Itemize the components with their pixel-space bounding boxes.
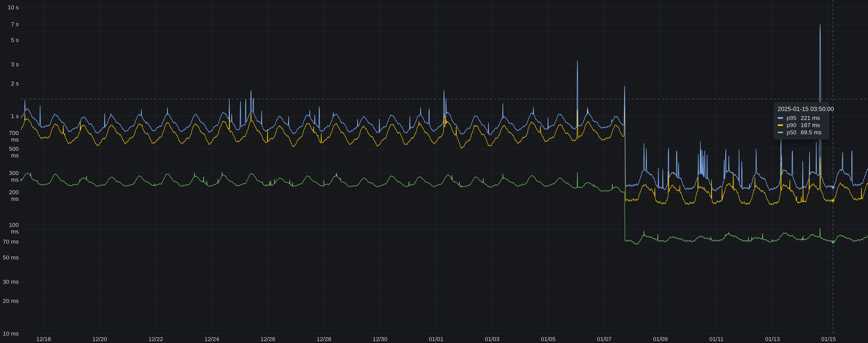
y-tick-label: 700 ms xyxy=(1,130,19,143)
x-tick-label: 12/28 xyxy=(308,336,340,343)
x-tick-label: 12/22 xyxy=(140,336,172,343)
x-tick-label: 12/18 xyxy=(28,336,59,343)
series-name: p95 xyxy=(786,115,801,121)
series-value: 69.5 ms xyxy=(801,129,828,136)
y-tick-label: 100 ms xyxy=(1,222,19,235)
x-tick-label: 12/30 xyxy=(365,336,396,343)
y-tick-label: 10 ms xyxy=(1,330,19,337)
y-tick-label: 500 ms xyxy=(1,146,19,159)
series-color-swatch xyxy=(778,117,783,119)
x-tick-label: 01/11 xyxy=(701,336,732,343)
tooltip-row: p5069.5 ms xyxy=(778,129,825,136)
series-name: p50 xyxy=(786,129,801,136)
timeseries-plot[interactable] xyxy=(0,0,868,343)
y-tick-label: 30 ms xyxy=(1,278,19,285)
y-tick-label: 70 ms xyxy=(1,238,19,245)
y-tick-label: 300 ms xyxy=(1,170,19,183)
y-tick-label: 1 s xyxy=(1,113,19,120)
y-tick-label: 20 ms xyxy=(1,298,19,304)
x-tick-label: 01/07 xyxy=(589,336,620,343)
y-tick-label: 3 s xyxy=(1,61,19,68)
y-tick-label: 5 s xyxy=(1,37,19,43)
tooltip-row: p90167 ms xyxy=(778,121,825,129)
tooltip-timestamp: 2025-01-15 03:50:00 xyxy=(778,105,825,113)
y-tick-label: 2 s xyxy=(1,80,19,87)
latency-percentiles-panel: 10 s7 s5 s3 s2 s1 s700 ms500 ms300 ms200… xyxy=(0,0,868,343)
series-name: p90 xyxy=(786,122,801,128)
x-tick-label: 12/26 xyxy=(252,336,283,343)
tooltip-row: p95221 ms xyxy=(778,114,825,121)
y-tick-label: 10 s xyxy=(1,4,19,11)
series-color-swatch xyxy=(778,132,783,133)
x-tick-label: 01/13 xyxy=(757,336,788,343)
x-tick-label: 01/01 xyxy=(421,336,452,343)
series-value: 167 ms xyxy=(801,122,827,128)
x-tick-label: 12/24 xyxy=(196,336,227,343)
y-tick-label: 200 ms xyxy=(1,189,19,202)
hover-tooltip: 2025-01-15 03:50:00 p95221 msp90167 msp5… xyxy=(774,102,829,139)
tooltip-rows: p95221 msp90167 msp5069.5 ms xyxy=(778,114,825,136)
x-tick-label: 01/09 xyxy=(645,336,676,343)
y-tick-label: 7 s xyxy=(1,21,19,28)
series-color-swatch xyxy=(778,124,783,126)
x-tick-label: 01/15 xyxy=(813,336,844,343)
x-tick-label: 01/03 xyxy=(476,336,508,343)
y-tick-label: 50 ms xyxy=(1,254,19,261)
x-tick-label: 01/05 xyxy=(532,336,564,343)
x-tick-label: 12/20 xyxy=(84,336,116,343)
series-value: 221 ms xyxy=(801,115,827,121)
